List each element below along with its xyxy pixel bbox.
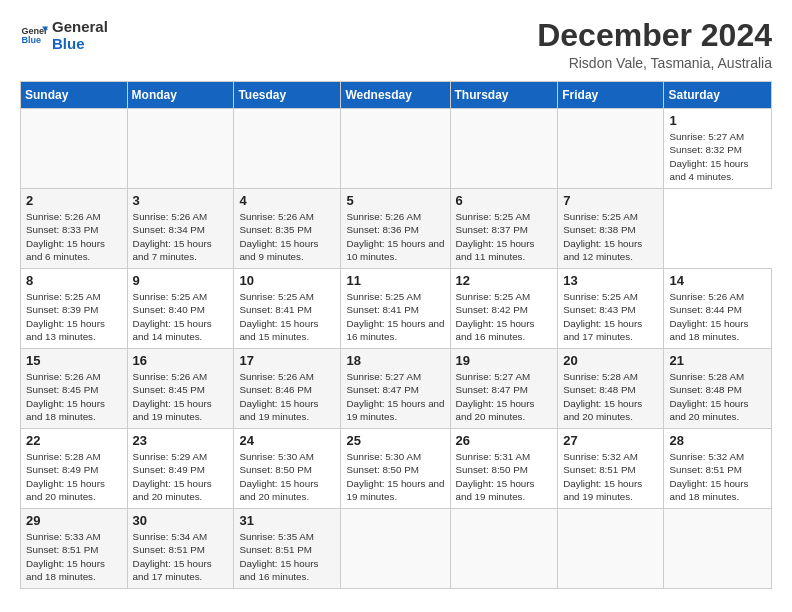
calendar-cell: 4Sunrise: 5:26 AMSunset: 8:35 PMDaylight… [234, 189, 341, 269]
logo: General Blue General Blue [20, 18, 108, 53]
day-info: Sunrise: 5:26 AMSunset: 8:36 PMDaylight:… [346, 210, 444, 263]
calendar-row: 8Sunrise: 5:25 AMSunset: 8:39 PMDaylight… [21, 269, 772, 349]
calendar-cell: 18Sunrise: 5:27 AMSunset: 8:47 PMDayligh… [341, 349, 450, 429]
day-number: 25 [346, 433, 444, 448]
calendar-cell: 23Sunrise: 5:29 AMSunset: 8:49 PMDayligh… [127, 429, 234, 509]
day-number: 8 [26, 273, 122, 288]
logo-line1: General [52, 18, 108, 35]
day-info: Sunrise: 5:27 AMSunset: 8:32 PMDaylight:… [669, 130, 766, 183]
calendar-cell: 8Sunrise: 5:25 AMSunset: 8:39 PMDaylight… [21, 269, 128, 349]
calendar-cell: 31Sunrise: 5:35 AMSunset: 8:51 PMDayligh… [234, 509, 341, 589]
calendar-cell [21, 109, 128, 189]
day-number: 22 [26, 433, 122, 448]
weekday-header-friday: Friday [558, 82, 664, 109]
day-info: Sunrise: 5:31 AMSunset: 8:50 PMDaylight:… [456, 450, 553, 503]
calendar-row: 15Sunrise: 5:26 AMSunset: 8:45 PMDayligh… [21, 349, 772, 429]
day-number: 3 [133, 193, 229, 208]
day-number: 6 [456, 193, 553, 208]
day-info: Sunrise: 5:30 AMSunset: 8:50 PMDaylight:… [239, 450, 335, 503]
calendar-table: SundayMondayTuesdayWednesdayThursdayFrid… [20, 81, 772, 589]
day-info: Sunrise: 5:25 AMSunset: 8:41 PMDaylight:… [239, 290, 335, 343]
calendar-cell: 22Sunrise: 5:28 AMSunset: 8:49 PMDayligh… [21, 429, 128, 509]
calendar-cell: 25Sunrise: 5:30 AMSunset: 8:50 PMDayligh… [341, 429, 450, 509]
day-info: Sunrise: 5:28 AMSunset: 8:48 PMDaylight:… [669, 370, 766, 423]
calendar-cell [450, 509, 558, 589]
subtitle: Risdon Vale, Tasmania, Australia [537, 55, 772, 71]
day-number: 29 [26, 513, 122, 528]
day-info: Sunrise: 5:32 AMSunset: 8:51 PMDaylight:… [563, 450, 658, 503]
day-number: 31 [239, 513, 335, 528]
day-info: Sunrise: 5:26 AMSunset: 8:34 PMDaylight:… [133, 210, 229, 263]
calendar-cell: 13Sunrise: 5:25 AMSunset: 8:43 PMDayligh… [558, 269, 664, 349]
calendar-cell [558, 109, 664, 189]
day-number: 2 [26, 193, 122, 208]
day-info: Sunrise: 5:26 AMSunset: 8:44 PMDaylight:… [669, 290, 766, 343]
calendar-cell [558, 509, 664, 589]
calendar-cell [234, 109, 341, 189]
weekday-header-tuesday: Tuesday [234, 82, 341, 109]
day-number: 1 [669, 113, 766, 128]
day-info: Sunrise: 5:34 AMSunset: 8:51 PMDaylight:… [133, 530, 229, 583]
day-number: 20 [563, 353, 658, 368]
day-info: Sunrise: 5:26 AMSunset: 8:45 PMDaylight:… [26, 370, 122, 423]
day-info: Sunrise: 5:35 AMSunset: 8:51 PMDaylight:… [239, 530, 335, 583]
calendar-header: SundayMondayTuesdayWednesdayThursdayFrid… [21, 82, 772, 109]
page: General Blue General Blue December 2024 … [0, 0, 792, 612]
day-info: Sunrise: 5:25 AMSunset: 8:43 PMDaylight:… [563, 290, 658, 343]
weekday-header-wednesday: Wednesday [341, 82, 450, 109]
day-info: Sunrise: 5:25 AMSunset: 8:37 PMDaylight:… [456, 210, 553, 263]
day-info: Sunrise: 5:30 AMSunset: 8:50 PMDaylight:… [346, 450, 444, 503]
calendar-cell: 21Sunrise: 5:28 AMSunset: 8:48 PMDayligh… [664, 349, 772, 429]
calendar-row: 1Sunrise: 5:27 AMSunset: 8:32 PMDaylight… [21, 109, 772, 189]
weekday-header-monday: Monday [127, 82, 234, 109]
day-info: Sunrise: 5:26 AMSunset: 8:35 PMDaylight:… [239, 210, 335, 263]
day-info: Sunrise: 5:25 AMSunset: 8:38 PMDaylight:… [563, 210, 658, 263]
day-number: 10 [239, 273, 335, 288]
title-block: December 2024 Risdon Vale, Tasmania, Aus… [537, 18, 772, 71]
weekday-header-sunday: Sunday [21, 82, 128, 109]
day-number: 27 [563, 433, 658, 448]
weekday-header-thursday: Thursday [450, 82, 558, 109]
day-number: 26 [456, 433, 553, 448]
calendar-cell: 29Sunrise: 5:33 AMSunset: 8:51 PMDayligh… [21, 509, 128, 589]
calendar-cell [664, 509, 772, 589]
calendar-cell [450, 109, 558, 189]
calendar-cell: 12Sunrise: 5:25 AMSunset: 8:42 PMDayligh… [450, 269, 558, 349]
calendar-cell: 30Sunrise: 5:34 AMSunset: 8:51 PMDayligh… [127, 509, 234, 589]
svg-text:Blue: Blue [21, 36, 41, 46]
day-number: 14 [669, 273, 766, 288]
day-number: 5 [346, 193, 444, 208]
main-title: December 2024 [537, 18, 772, 53]
day-number: 21 [669, 353, 766, 368]
day-info: Sunrise: 5:27 AMSunset: 8:47 PMDaylight:… [456, 370, 553, 423]
calendar-cell: 3Sunrise: 5:26 AMSunset: 8:34 PMDaylight… [127, 189, 234, 269]
calendar-cell: 14Sunrise: 5:26 AMSunset: 8:44 PMDayligh… [664, 269, 772, 349]
logo-icon: General Blue [20, 21, 48, 49]
calendar-cell: 24Sunrise: 5:30 AMSunset: 8:50 PMDayligh… [234, 429, 341, 509]
day-number: 17 [239, 353, 335, 368]
day-info: Sunrise: 5:25 AMSunset: 8:39 PMDaylight:… [26, 290, 122, 343]
day-info: Sunrise: 5:25 AMSunset: 8:41 PMDaylight:… [346, 290, 444, 343]
calendar-cell: 27Sunrise: 5:32 AMSunset: 8:51 PMDayligh… [558, 429, 664, 509]
day-info: Sunrise: 5:26 AMSunset: 8:45 PMDaylight:… [133, 370, 229, 423]
day-info: Sunrise: 5:26 AMSunset: 8:46 PMDaylight:… [239, 370, 335, 423]
calendar-row: 22Sunrise: 5:28 AMSunset: 8:49 PMDayligh… [21, 429, 772, 509]
calendar-row: 29Sunrise: 5:33 AMSunset: 8:51 PMDayligh… [21, 509, 772, 589]
day-number: 16 [133, 353, 229, 368]
calendar-cell: 7Sunrise: 5:25 AMSunset: 8:38 PMDaylight… [558, 189, 664, 269]
day-number: 30 [133, 513, 229, 528]
day-number: 23 [133, 433, 229, 448]
calendar-cell: 17Sunrise: 5:26 AMSunset: 8:46 PMDayligh… [234, 349, 341, 429]
day-number: 11 [346, 273, 444, 288]
header: General Blue General Blue December 2024 … [20, 18, 772, 71]
header-row: SundayMondayTuesdayWednesdayThursdayFrid… [21, 82, 772, 109]
calendar-cell [341, 109, 450, 189]
day-info: Sunrise: 5:26 AMSunset: 8:33 PMDaylight:… [26, 210, 122, 263]
day-info: Sunrise: 5:28 AMSunset: 8:48 PMDaylight:… [563, 370, 658, 423]
day-info: Sunrise: 5:28 AMSunset: 8:49 PMDaylight:… [26, 450, 122, 503]
calendar-cell: 11Sunrise: 5:25 AMSunset: 8:41 PMDayligh… [341, 269, 450, 349]
calendar-cell: 15Sunrise: 5:26 AMSunset: 8:45 PMDayligh… [21, 349, 128, 429]
day-info: Sunrise: 5:25 AMSunset: 8:42 PMDaylight:… [456, 290, 553, 343]
day-number: 9 [133, 273, 229, 288]
calendar-cell [127, 109, 234, 189]
